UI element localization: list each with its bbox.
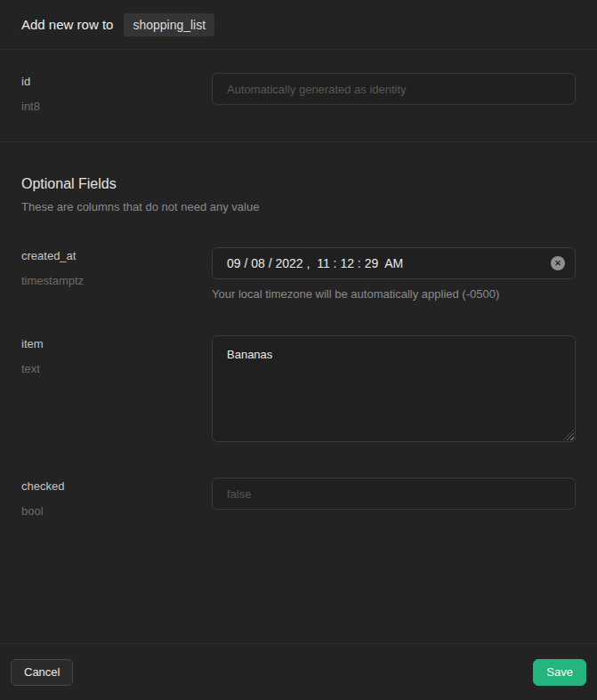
field-type-item: text: [21, 360, 212, 378]
item-textarea-wrap: Bananas: [212, 335, 576, 442]
created-at-control: 09 / 08 / 2022 , 11 : 12 : 29 AM ✕ Your …: [212, 247, 576, 302]
cancel-button[interactable]: Cancel: [11, 659, 73, 686]
field-name-item: item: [21, 335, 212, 353]
created-at-datetime-input[interactable]: 09 / 08 / 2022 , 11 : 12 : 29 AM ✕: [212, 247, 576, 279]
drawer-title: Add new row to: [21, 17, 113, 32]
clear-icon[interactable]: ✕: [551, 256, 565, 270]
field-labels-id: id int8: [21, 73, 212, 116]
optional-fields-heading: Optional Fields: [21, 174, 576, 194]
field-row-created-at: created_at timestamptz 09 / 08 / 2022 , …: [21, 247, 576, 302]
created-at-datetime-value: 09 / 08 / 2022 , 11 : 12 : 29 AM: [227, 256, 403, 270]
table-name-badge: shopping_list: [124, 13, 214, 36]
item-textarea[interactable]: Bananas: [212, 335, 576, 442]
id-input[interactable]: [212, 73, 576, 105]
drawer-body: id int8 Optional Fields These are column…: [0, 50, 597, 643]
field-row-checked: checked bool: [21, 478, 576, 520]
timezone-helper-text: Your local timezone will be automaticall…: [212, 286, 576, 302]
optional-fields-section: Optional Fields These are columns that d…: [0, 142, 597, 643]
drawer-footer: Cancel Save: [0, 643, 597, 700]
required-fields-section: id int8: [0, 50, 597, 142]
field-type-checked: bool: [21, 503, 212, 520]
checked-input[interactable]: [212, 478, 576, 510]
field-name-created-at: created_at: [21, 247, 212, 265]
field-labels-checked: checked bool: [21, 478, 212, 520]
field-row-id: id int8: [21, 73, 576, 116]
field-type-id: int8: [21, 98, 212, 116]
optional-fields-subheading: These are columns that do not need any v…: [21, 199, 576, 214]
field-name-id: id: [21, 73, 212, 91]
field-type-created-at: timestamptz: [21, 272, 212, 290]
save-button[interactable]: Save: [533, 659, 586, 686]
field-row-item: item text Bananas: [21, 335, 576, 442]
field-labels-created-at: created_at timestamptz: [21, 247, 212, 290]
field-labels-item: item text: [21, 335, 212, 378]
field-name-checked: checked: [21, 478, 212, 495]
drawer-header: Add new row to shopping_list: [0, 0, 597, 50]
